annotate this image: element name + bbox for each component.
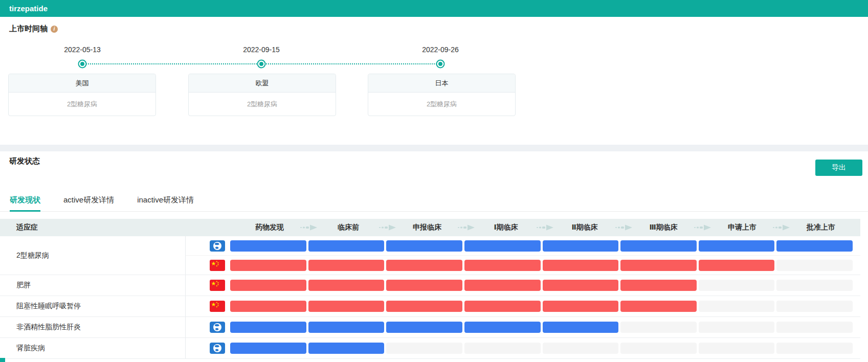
stage-bar-filled (464, 301, 541, 312)
stage-bar-filled (699, 240, 775, 252)
stage-bar-empty (699, 280, 775, 291)
stage-header-label: Ⅰ期临床 (494, 223, 518, 232)
stage-bar-filled (230, 280, 306, 291)
stage-bar-filled (543, 260, 619, 271)
stage-bar-empty (699, 343, 775, 354)
stage-bar-empty (620, 322, 697, 333)
drug-title-bar: tirzepatide (0, 0, 868, 17)
stage-bar-filled (386, 301, 462, 312)
stage-bar-empty (776, 280, 853, 291)
row-tracks (186, 236, 860, 275)
info-icon[interactable]: i (51, 26, 58, 33)
timeline-card-indication: 2型糖尿病 (9, 93, 155, 116)
stage-bars (230, 280, 860, 291)
stage-header-label: Ⅱ期临床 (571, 223, 597, 232)
stage-bar-empty (543, 343, 619, 354)
stage-bar-empty (464, 343, 541, 354)
stage-bar-filled (386, 240, 462, 252)
stage-bars (230, 260, 860, 271)
stage-bars (230, 322, 860, 333)
timeline-dot (436, 59, 445, 69)
tab-0[interactable]: 研发现状 (10, 195, 40, 212)
drug-name: tirzepatide (0, 0, 868, 17)
stage-bars (230, 343, 860, 354)
table-row: 非酒精性脂肪性肝炎 (0, 317, 860, 338)
stage-bar-filled (464, 240, 541, 252)
stage-bar-filled (620, 260, 697, 271)
stage-header: 申报临床 (388, 219, 466, 236)
launch-timeline-section: 上市时间轴 i 2022-05-13 美国 2型糖尿病 2022-09-15 欧… (0, 17, 868, 145)
stage-bar-filled (230, 322, 306, 333)
stage-bar-filled (620, 240, 697, 252)
indication-label: 2型糖尿病 (0, 236, 186, 275)
stage-bar-filled (699, 260, 775, 271)
stage-header: 临床前 (309, 219, 388, 236)
tab-1[interactable]: active研发详情 (63, 195, 114, 212)
stage-arrow-icon (615, 224, 633, 231)
stage-bar-empty (776, 322, 853, 333)
stage-bar-filled (230, 301, 306, 312)
row-tracks (186, 338, 860, 358)
timeline-card-indication: 2型糖尿病 (368, 93, 515, 116)
track-global (186, 338, 860, 358)
export-button[interactable]: 导出 (815, 160, 862, 176)
timeline-date: 2022-09-26 (405, 46, 476, 54)
timeline-card-region: 日本 (368, 74, 515, 93)
stage-bar-empty (776, 260, 853, 271)
stage-bar-filled (308, 343, 385, 354)
globe-icon (186, 322, 230, 333)
indication-label: 肾脏疾病 (0, 338, 186, 358)
indication-label: 肥胖 (0, 275, 186, 296)
stage-bar-filled (543, 322, 619, 333)
timeline-card-indication: 2型糖尿病 (189, 93, 336, 116)
stage-bar-filled (620, 280, 697, 291)
stage-bar-filled (308, 260, 385, 271)
stage-header: Ⅰ期临床 (466, 219, 545, 236)
stage-header: Ⅲ期临床 (624, 219, 703, 236)
tab-2[interactable]: inactive研发详情 (137, 195, 194, 212)
rnd-status-section: 研发状态 导出 研发现状active研发详情inactive研发详情 适应症 药… (0, 151, 868, 362)
stage-bar-filled (386, 280, 462, 291)
stage-bar-empty (620, 343, 697, 354)
stage-bar-filled (230, 240, 306, 252)
stage-header: 药物发现 (230, 219, 309, 236)
stage-header-label: 药物发现 (255, 223, 284, 232)
stage-bar-filled (543, 301, 619, 312)
stage-bar-filled (308, 240, 385, 252)
stage-bar-filled (308, 280, 385, 291)
stage-arrow-icon (537, 224, 554, 231)
table-row: 阻塞性睡眠呼吸暂停 (0, 296, 860, 317)
stage-bar-filled (308, 322, 385, 333)
row-tracks (186, 317, 860, 337)
stage-bar-filled (464, 280, 541, 291)
track-china (186, 296, 860, 316)
stage-bar-empty (699, 322, 775, 333)
stage-header-label: 申报临床 (413, 223, 441, 232)
stage-bar-filled (386, 322, 462, 333)
table-row: 肾脏疾病 (0, 338, 860, 359)
rnd-status-title: 研发状态 (9, 156, 40, 166)
stage-bars (230, 240, 860, 252)
timeline-date: 2022-05-13 (47, 46, 118, 54)
table-row: 2型糖尿病 (0, 236, 860, 275)
stage-header-label: 申请上市 (728, 223, 756, 232)
timeline-dot (257, 59, 266, 69)
stage-bar-filled (464, 322, 541, 333)
china-flag-icon (186, 301, 230, 312)
stage-header-label: Ⅲ期临床 (649, 223, 677, 232)
row-tracks (186, 296, 860, 316)
launch-timeline-title-text: 上市时间轴 (9, 24, 48, 34)
timeline-dot (78, 59, 87, 69)
rnd-tabs: 研发现状active研发详情inactive研发详情 (10, 195, 194, 212)
rnd-table-header: 适应症 药物发现 临床前 申报临床 Ⅰ期临床 (0, 219, 860, 236)
indication-column-header: 适应症 (0, 223, 186, 232)
timeline-card: 日本 2型糖尿病 (368, 74, 516, 116)
stage-bar-empty (699, 301, 775, 312)
stage-bar-filled (464, 260, 541, 271)
stage-bar-empty (386, 343, 462, 354)
track-global (186, 236, 860, 255)
stage-arrow-icon (300, 224, 318, 231)
stage-header: Ⅱ期临床 (545, 219, 624, 236)
track-china (186, 275, 860, 296)
timeline-card: 美国 2型糖尿病 (8, 74, 156, 116)
